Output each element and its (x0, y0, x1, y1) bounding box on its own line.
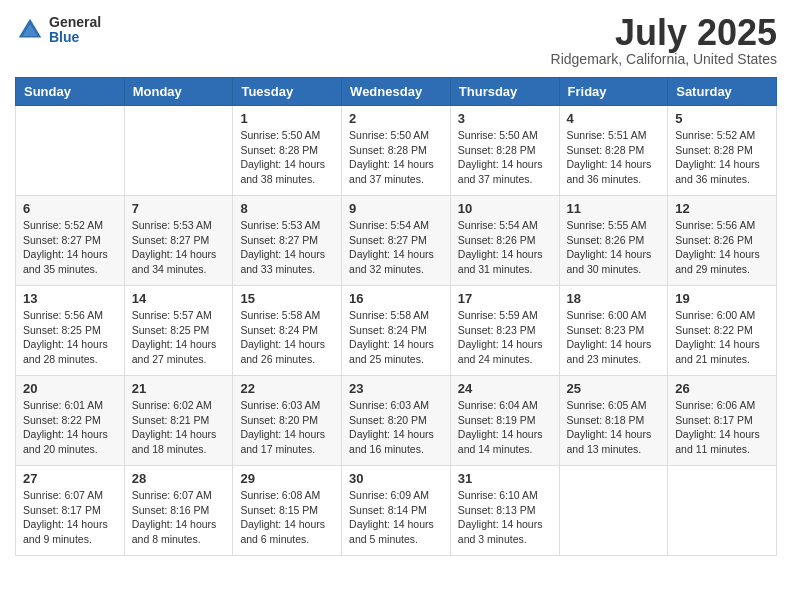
weekday-header-monday: Monday (124, 78, 233, 106)
calendar-cell: 5Sunrise: 5:52 AM Sunset: 8:28 PM Daylig… (668, 106, 777, 196)
calendar-cell: 29Sunrise: 6:08 AM Sunset: 8:15 PM Dayli… (233, 466, 342, 556)
calendar-cell: 7Sunrise: 5:53 AM Sunset: 8:27 PM Daylig… (124, 196, 233, 286)
calendar-cell: 15Sunrise: 5:58 AM Sunset: 8:24 PM Dayli… (233, 286, 342, 376)
cell-content: Sunrise: 5:50 AM Sunset: 8:28 PM Dayligh… (240, 128, 334, 187)
calendar-cell: 8Sunrise: 5:53 AM Sunset: 8:27 PM Daylig… (233, 196, 342, 286)
day-number: 21 (132, 381, 226, 396)
cell-content: Sunrise: 5:53 AM Sunset: 8:27 PM Dayligh… (240, 218, 334, 277)
cell-content: Sunrise: 5:54 AM Sunset: 8:26 PM Dayligh… (458, 218, 552, 277)
cell-content: Sunrise: 6:00 AM Sunset: 8:22 PM Dayligh… (675, 308, 769, 367)
calendar-cell: 2Sunrise: 5:50 AM Sunset: 8:28 PM Daylig… (342, 106, 451, 196)
cell-content: Sunrise: 5:51 AM Sunset: 8:28 PM Dayligh… (567, 128, 661, 187)
cell-content: Sunrise: 5:52 AM Sunset: 8:28 PM Dayligh… (675, 128, 769, 187)
day-number: 16 (349, 291, 443, 306)
weekday-header-thursday: Thursday (450, 78, 559, 106)
cell-content: Sunrise: 5:55 AM Sunset: 8:26 PM Dayligh… (567, 218, 661, 277)
day-number: 20 (23, 381, 117, 396)
calendar-cell: 17Sunrise: 5:59 AM Sunset: 8:23 PM Dayli… (450, 286, 559, 376)
cell-content: Sunrise: 6:04 AM Sunset: 8:19 PM Dayligh… (458, 398, 552, 457)
day-number: 30 (349, 471, 443, 486)
logo-text: General Blue (49, 15, 101, 46)
cell-content: Sunrise: 5:58 AM Sunset: 8:24 PM Dayligh… (349, 308, 443, 367)
cell-content: Sunrise: 5:56 AM Sunset: 8:26 PM Dayligh… (675, 218, 769, 277)
calendar-cell: 14Sunrise: 5:57 AM Sunset: 8:25 PM Dayli… (124, 286, 233, 376)
calendar-cell: 22Sunrise: 6:03 AM Sunset: 8:20 PM Dayli… (233, 376, 342, 466)
calendar-cell: 27Sunrise: 6:07 AM Sunset: 8:17 PM Dayli… (16, 466, 125, 556)
logo: General Blue (15, 15, 101, 46)
day-number: 12 (675, 201, 769, 216)
day-number: 5 (675, 111, 769, 126)
day-number: 31 (458, 471, 552, 486)
calendar-cell: 12Sunrise: 5:56 AM Sunset: 8:26 PM Dayli… (668, 196, 777, 286)
day-number: 26 (675, 381, 769, 396)
day-number: 8 (240, 201, 334, 216)
day-number: 9 (349, 201, 443, 216)
day-number: 24 (458, 381, 552, 396)
day-number: 22 (240, 381, 334, 396)
calendar-cell: 11Sunrise: 5:55 AM Sunset: 8:26 PM Dayli… (559, 196, 668, 286)
calendar-week-row: 6Sunrise: 5:52 AM Sunset: 8:27 PM Daylig… (16, 196, 777, 286)
calendar-cell: 25Sunrise: 6:05 AM Sunset: 8:18 PM Dayli… (559, 376, 668, 466)
cell-content: Sunrise: 6:07 AM Sunset: 8:17 PM Dayligh… (23, 488, 117, 547)
calendar-cell: 4Sunrise: 5:51 AM Sunset: 8:28 PM Daylig… (559, 106, 668, 196)
day-number: 28 (132, 471, 226, 486)
calendar-cell: 23Sunrise: 6:03 AM Sunset: 8:20 PM Dayli… (342, 376, 451, 466)
day-number: 29 (240, 471, 334, 486)
calendar-week-row: 1Sunrise: 5:50 AM Sunset: 8:28 PM Daylig… (16, 106, 777, 196)
day-number: 7 (132, 201, 226, 216)
cell-content: Sunrise: 6:10 AM Sunset: 8:13 PM Dayligh… (458, 488, 552, 547)
weekday-header-row: SundayMondayTuesdayWednesdayThursdayFrid… (16, 78, 777, 106)
cell-content: Sunrise: 5:57 AM Sunset: 8:25 PM Dayligh… (132, 308, 226, 367)
day-number: 27 (23, 471, 117, 486)
day-number: 4 (567, 111, 661, 126)
calendar-cell (16, 106, 125, 196)
calendar-week-row: 13Sunrise: 5:56 AM Sunset: 8:25 PM Dayli… (16, 286, 777, 376)
day-number: 11 (567, 201, 661, 216)
calendar-cell: 28Sunrise: 6:07 AM Sunset: 8:16 PM Dayli… (124, 466, 233, 556)
logo-icon (15, 15, 45, 45)
day-number: 14 (132, 291, 226, 306)
day-number: 1 (240, 111, 334, 126)
day-number: 25 (567, 381, 661, 396)
cell-content: Sunrise: 6:05 AM Sunset: 8:18 PM Dayligh… (567, 398, 661, 457)
cell-content: Sunrise: 6:09 AM Sunset: 8:14 PM Dayligh… (349, 488, 443, 547)
calendar-cell: 31Sunrise: 6:10 AM Sunset: 8:13 PM Dayli… (450, 466, 559, 556)
calendar-cell: 10Sunrise: 5:54 AM Sunset: 8:26 PM Dayli… (450, 196, 559, 286)
cell-content: Sunrise: 5:58 AM Sunset: 8:24 PM Dayligh… (240, 308, 334, 367)
calendar-cell: 6Sunrise: 5:52 AM Sunset: 8:27 PM Daylig… (16, 196, 125, 286)
weekday-header-tuesday: Tuesday (233, 78, 342, 106)
cell-content: Sunrise: 5:50 AM Sunset: 8:28 PM Dayligh… (458, 128, 552, 187)
cell-content: Sunrise: 6:06 AM Sunset: 8:17 PM Dayligh… (675, 398, 769, 457)
day-number: 2 (349, 111, 443, 126)
logo-blue-text: Blue (49, 30, 101, 45)
cell-content: Sunrise: 6:07 AM Sunset: 8:16 PM Dayligh… (132, 488, 226, 547)
calendar-week-row: 20Sunrise: 6:01 AM Sunset: 8:22 PM Dayli… (16, 376, 777, 466)
cell-content: Sunrise: 6:03 AM Sunset: 8:20 PM Dayligh… (349, 398, 443, 457)
title-section: July 2025 Ridgemark, California, United … (551, 15, 777, 67)
cell-content: Sunrise: 5:54 AM Sunset: 8:27 PM Dayligh… (349, 218, 443, 277)
cell-content: Sunrise: 6:03 AM Sunset: 8:20 PM Dayligh… (240, 398, 334, 457)
calendar-cell: 24Sunrise: 6:04 AM Sunset: 8:19 PM Dayli… (450, 376, 559, 466)
calendar-cell: 16Sunrise: 5:58 AM Sunset: 8:24 PM Dayli… (342, 286, 451, 376)
day-number: 3 (458, 111, 552, 126)
cell-content: Sunrise: 6:08 AM Sunset: 8:15 PM Dayligh… (240, 488, 334, 547)
day-number: 18 (567, 291, 661, 306)
day-number: 6 (23, 201, 117, 216)
cell-content: Sunrise: 6:01 AM Sunset: 8:22 PM Dayligh… (23, 398, 117, 457)
cell-content: Sunrise: 5:50 AM Sunset: 8:28 PM Dayligh… (349, 128, 443, 187)
calendar-cell: 19Sunrise: 6:00 AM Sunset: 8:22 PM Dayli… (668, 286, 777, 376)
location-subtitle: Ridgemark, California, United States (551, 51, 777, 67)
calendar-cell (124, 106, 233, 196)
calendar-cell: 20Sunrise: 6:01 AM Sunset: 8:22 PM Dayli… (16, 376, 125, 466)
cell-content: Sunrise: 5:52 AM Sunset: 8:27 PM Dayligh… (23, 218, 117, 277)
calendar-table: SundayMondayTuesdayWednesdayThursdayFrid… (15, 77, 777, 556)
weekday-header-friday: Friday (559, 78, 668, 106)
calendar-cell: 21Sunrise: 6:02 AM Sunset: 8:21 PM Dayli… (124, 376, 233, 466)
calendar-cell: 30Sunrise: 6:09 AM Sunset: 8:14 PM Dayli… (342, 466, 451, 556)
day-number: 10 (458, 201, 552, 216)
calendar-cell: 13Sunrise: 5:56 AM Sunset: 8:25 PM Dayli… (16, 286, 125, 376)
calendar-cell: 1Sunrise: 5:50 AM Sunset: 8:28 PM Daylig… (233, 106, 342, 196)
day-number: 23 (349, 381, 443, 396)
calendar-cell: 9Sunrise: 5:54 AM Sunset: 8:27 PM Daylig… (342, 196, 451, 286)
cell-content: Sunrise: 5:56 AM Sunset: 8:25 PM Dayligh… (23, 308, 117, 367)
